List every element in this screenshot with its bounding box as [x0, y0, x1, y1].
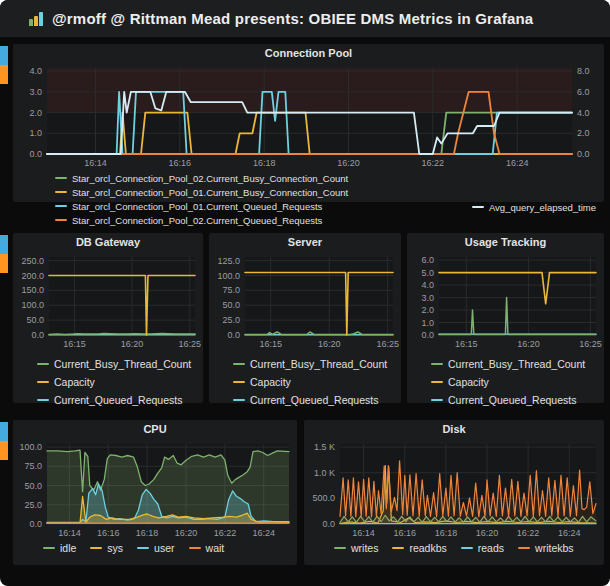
panel-title-server[interactable]: Server [209, 233, 401, 251]
legend-label: Avg_query_elapsed_time [489, 202, 596, 213]
svg-text:16:25: 16:25 [579, 339, 602, 349]
svg-text:1.5 K: 1.5 K [314, 442, 335, 452]
legend-item-capacity[interactable]: Capacity [233, 373, 401, 391]
legend-label: Capacity [250, 376, 291, 388]
svg-text:16:14: 16:14 [84, 158, 107, 168]
legend-color-dash-icon [189, 547, 201, 549]
legend-color-dash-icon [472, 206, 484, 208]
svg-text:500.0: 500.0 [312, 493, 335, 503]
svg-text:1.0: 1.0 [421, 318, 434, 328]
legend-item-sys[interactable]: sys [90, 542, 123, 554]
legend-color-dash-icon [137, 547, 149, 549]
svg-text:16:15: 16:15 [259, 339, 282, 349]
legend-item-capacity[interactable]: Capacity [431, 373, 604, 391]
legend-item-writes[interactable]: writes [334, 542, 378, 554]
disk-chart[interactable]: 16:1416:1616:1816:2016:2216:240.0500.01.… [304, 438, 602, 540]
legend-label: Current_Busy_Thread_Count [448, 358, 585, 370]
svg-text:75.0: 75.0 [24, 461, 42, 471]
svg-text:16:25: 16:25 [179, 339, 201, 349]
legend-label: Star_orcl_Connection_Pool_02.Current_Que… [72, 215, 322, 226]
svg-text:6.0: 6.0 [421, 255, 434, 265]
legend-color-dash-icon [37, 363, 49, 365]
svg-text:6.0: 6.0 [577, 87, 590, 97]
svg-text:100.0: 100.0 [21, 300, 44, 310]
svg-text:16:22: 16:22 [422, 158, 445, 168]
legend-item-avg-query-elapsed-time[interactable]: Avg_query_elapsed_time [472, 202, 596, 213]
legend-label: Current_Busy_Thread_Count [250, 358, 387, 370]
panel-title-cpu[interactable]: CPU [13, 420, 297, 438]
svg-text:16:20: 16:20 [337, 158, 360, 168]
svg-text:0.0: 0.0 [29, 149, 42, 159]
svg-text:25.0: 25.0 [222, 315, 240, 325]
svg-text:16:24: 16:24 [558, 528, 581, 538]
svg-text:200.0: 200.0 [21, 271, 44, 281]
server-chart[interactable]: 16:1516:2016:250.025.050.075.0100.0125.0 [209, 251, 399, 351]
row-toggle-connection-pool[interactable] [0, 46, 8, 84]
legend-color-dash-icon [55, 177, 67, 179]
legend-label: user [154, 542, 174, 554]
svg-text:0.0: 0.0 [577, 149, 590, 159]
panel-title-disk[interactable]: Disk [304, 420, 604, 438]
legend-item-current-queued-requests[interactable]: Current_Queued_Requests [233, 391, 401, 409]
svg-text:125.0: 125.0 [217, 256, 240, 266]
panel-title-db-gateway[interactable]: DB Gateway [13, 233, 203, 251]
svg-text:4.0: 4.0 [421, 280, 434, 290]
legend-item-capacity[interactable]: Capacity [37, 373, 203, 391]
disk-legend: writesreadkbsreadswritekbs [304, 540, 604, 554]
svg-text:16:18: 16:18 [136, 528, 159, 538]
legend-item-user[interactable]: user [137, 542, 174, 554]
legend-item-star-orcl-connection-pool-01-current-busy-connection-count[interactable]: Star_orcl_Connection_Pool_01.Current_Bus… [55, 187, 348, 198]
legend-label: readkbs [409, 542, 446, 554]
svg-text:50.0: 50.0 [24, 481, 42, 491]
usage-tracking-chart[interactable]: 16:1516:2016:250.01.02.03.04.05.06.0 [407, 251, 602, 351]
legend-color-dash-icon [43, 547, 55, 549]
row-toggle-middle-row[interactable] [0, 235, 8, 273]
grafana-logo-icon [29, 12, 43, 26]
cpu-chart[interactable]: 16:1416:1616:1816:2016:2216:240.025.050.… [13, 438, 295, 540]
svg-text:16:24: 16:24 [506, 158, 529, 168]
legend-label: sys [107, 542, 123, 554]
dashboard-header: @rmoff @ Rittman Mead presents: OBIEE DM… [0, 0, 610, 37]
legend-item-current-busy-thread-count[interactable]: Current_Busy_Thread_Count [233, 355, 401, 373]
db-gateway-chart[interactable]: 16:1516:2016:250.050.0100.0150.0200.0250… [13, 251, 201, 351]
legend-label: idle [60, 542, 76, 554]
svg-text:16:20: 16:20 [476, 528, 499, 538]
legend-item-writekbs[interactable]: writekbs [518, 542, 574, 554]
row-toggle-bottom-row[interactable] [0, 422, 8, 460]
panel-title-usage-tracking[interactable]: Usage Tracking [407, 233, 604, 251]
svg-text:0.0: 0.0 [31, 330, 44, 340]
legend-item-current-busy-thread-count[interactable]: Current_Busy_Thread_Count [37, 355, 203, 373]
legend-item-wait[interactable]: wait [189, 542, 225, 554]
legend-color-dash-icon [392, 547, 404, 549]
legend-label: Current_Busy_Thread_Count [54, 358, 191, 370]
panel-connection-pool: Connection Pool 16:1416:1616:1816:2016:2… [13, 44, 604, 202]
legend-item-current-queued-requests[interactable]: Current_Queued_Requests [431, 391, 604, 409]
legend-color-dash-icon [431, 381, 443, 383]
svg-text:16:20: 16:20 [318, 339, 341, 349]
legend-item-star-orcl-connection-pool-02-current-busy-connection-count[interactable]: Star_orcl_Connection_Pool_02.Current_Bus… [55, 173, 348, 184]
legend-item-readkbs[interactable]: readkbs [392, 542, 446, 554]
svg-text:0.0: 0.0 [421, 330, 434, 340]
legend-item-reads[interactable]: reads [461, 542, 504, 554]
svg-text:16:20: 16:20 [517, 339, 540, 349]
svg-text:3.0: 3.0 [29, 87, 42, 97]
svg-text:25.0: 25.0 [24, 500, 42, 510]
legend-label: Current_Queued_Requests [250, 394, 378, 406]
legend-item-star-orcl-connection-pool-02-current-queued-requests[interactable]: Star_orcl_Connection_Pool_02.Current_Que… [55, 215, 322, 226]
legend-item-idle[interactable]: idle [43, 542, 76, 554]
legend-color-dash-icon [55, 191, 67, 193]
svg-text:16:16: 16:16 [97, 528, 120, 538]
legend-color-dash-icon [55, 219, 67, 221]
svg-text:16:16: 16:16 [394, 528, 417, 538]
svg-text:4.0: 4.0 [577, 108, 590, 118]
svg-text:2.0: 2.0 [577, 128, 590, 138]
panel-title-connection-pool[interactable]: Connection Pool [13, 44, 604, 62]
svg-text:16:22: 16:22 [214, 528, 237, 538]
legend-item-current-queued-requests[interactable]: Current_Queued_Requests [37, 391, 203, 409]
svg-text:100.0: 100.0 [19, 442, 42, 452]
svg-text:250.0: 250.0 [21, 256, 44, 266]
legend-label: Capacity [448, 376, 489, 388]
connection-pool-chart[interactable]: 16:1416:1616:1816:2016:2216:240.01.02.03… [13, 62, 602, 170]
svg-text:16:25: 16:25 [376, 339, 399, 349]
legend-item-current-busy-thread-count[interactable]: Current_Busy_Thread_Count [431, 355, 604, 373]
